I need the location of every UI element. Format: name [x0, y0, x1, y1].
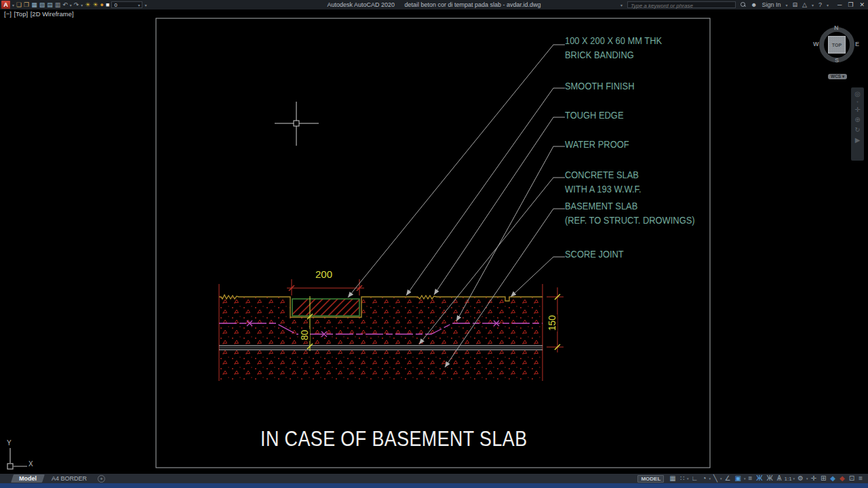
restore-button[interactable]: ❐ — [848, 1, 853, 8]
undo-caret-icon[interactable]: ▾ — [70, 3, 72, 7]
viewcube-south[interactable]: S — [835, 57, 839, 64]
isodraft-icon[interactable]: ╲ — [712, 474, 719, 483]
callout-smooth-finish: SMOOTH FINISH — [565, 79, 634, 93]
publish-icon[interactable]: ▥ — [55, 0, 61, 9]
help-caret-icon[interactable]: ▾ — [827, 3, 829, 7]
search-icon[interactable] — [741, 2, 746, 7]
layer-select[interactable]: 0 ▾ — [111, 1, 142, 8]
wcs-caret-icon: ▾ — [842, 74, 844, 79]
save-as-icon[interactable]: ▧ — [39, 0, 45, 9]
workspace-gear-icon[interactable]: ⚙ — [796, 474, 805, 483]
callout-text: BRICK BANDING — [565, 49, 634, 60]
navigation-wheel-caret-icon[interactable]: ▾ — [856, 100, 859, 103]
viewport-style-control[interactable]: [2D Wireframe] — [31, 10, 74, 18]
undo-icon[interactable]: ↶ — [62, 0, 68, 9]
leader-water-proof — [456, 146, 565, 321]
viewcube-north[interactable]: N — [834, 24, 839, 31]
save-icon[interactable]: ▦ — [31, 0, 37, 9]
ortho-toggle-icon[interactable]: ∟ — [690, 474, 700, 483]
sign-in-button[interactable]: Sign In — [762, 1, 781, 8]
window-controls: ─ ❐ ✕ — [837, 1, 865, 8]
status-toggles: MODEL ▦ ∷ ▾ ∟ ◔ ▾ ╲ ▾ ∠ ▣ ▾ ≡ Ж Ж Ѧ 1:1 … — [637, 474, 868, 483]
sign-in-caret-icon[interactable]: ▾ — [785, 3, 787, 7]
ucs-icon — [7, 448, 27, 469]
wcs-label: WCS — [831, 74, 841, 79]
ucs-x-label: X — [28, 460, 33, 468]
navigation-wheel-icon[interactable]: ◎ — [854, 90, 861, 98]
help-icon[interactable]: ? — [818, 1, 822, 8]
quick-access-toolbar: A ▾ ❏ ❐ ▦ ▧ ▤ ▥ ↶ ▾ ↷ ▾ ☀ ☀ ● ■ 0 ▾ ▾ — [0, 0, 146, 9]
object-snap-icon[interactable]: ▣ — [733, 474, 742, 483]
snap-caret-icon[interactable]: ▾ — [687, 476, 689, 481]
layer-value: 0 — [114, 2, 117, 8]
toolbar-overflow-caret-icon[interactable]: ▾ — [144, 3, 146, 7]
hardware-acceleration-icon[interactable]: ◆ — [829, 474, 837, 483]
showmotion-icon[interactable]: ▶ — [855, 136, 861, 144]
object-snap-caret-icon[interactable]: ▾ — [744, 476, 746, 481]
redo-caret-icon[interactable]: ▾ — [81, 3, 83, 7]
new-file-icon[interactable]: ❏ — [16, 0, 22, 9]
viewcube-east[interactable]: E — [855, 41, 859, 47]
polar-caret-icon[interactable]: ▾ — [709, 476, 711, 481]
polar-tracking-icon[interactable]: ◔ — [701, 474, 707, 483]
lineweight-icon[interactable]: ≡ — [747, 474, 753, 483]
orbit-icon[interactable]: ↻ — [854, 126, 860, 134]
zoom-icon[interactable]: ⊕ — [854, 116, 860, 123]
sign-in-person-icon[interactable]: ☻ — [751, 1, 757, 8]
clean-screen-icon[interactable]: ◆ — [838, 474, 846, 483]
layer-freeze-icon[interactable]: ☀ — [92, 0, 98, 9]
close-button[interactable]: ✕ — [859, 1, 865, 8]
new-layout-button[interactable]: + — [98, 475, 105, 483]
model-space-button[interactable]: MODEL — [637, 475, 664, 483]
app-menu-caret-icon[interactable]: ▾ — [12, 3, 14, 7]
concrete-hatch — [219, 298, 542, 381]
callout-concrete-slab: CONCRETE SLABWITH A 193 W.W.F. — [565, 167, 642, 196]
plot-icon[interactable]: ▤ — [47, 0, 53, 9]
units-icon[interactable]: ⊡ — [848, 474, 856, 483]
viewport-view-control[interactable]: [Top] — [14, 10, 28, 18]
dimension-150: 150 — [546, 314, 557, 331]
isodraft-caret-icon[interactable]: ▾ — [720, 476, 722, 481]
pan-icon[interactable]: ✛ — [854, 106, 860, 113]
help-search[interactable] — [627, 1, 736, 8]
viewport-collapse-control[interactable]: [−] — [4, 10, 12, 18]
search-input[interactable] — [628, 3, 735, 9]
object-snap-tracking-icon[interactable]: ∠ — [724, 474, 732, 483]
callout-text: WITH A 193 W.W.F. — [565, 183, 642, 195]
viewcube-top-face[interactable]: TOP — [828, 36, 846, 54]
crosshair-cursor — [275, 102, 319, 146]
grid-toggle-icon[interactable]: ▦ — [668, 474, 677, 483]
titlebar-right: ▾ ☻ Sign In ▾ ⊟ △ ▾ ? ▾ ─ ❐ ✕ — [620, 1, 868, 8]
callout-text: SMOOTH FINISH — [565, 80, 634, 92]
minimize-button[interactable]: ─ — [837, 1, 842, 8]
color-swatch-icon[interactable]: ■ — [106, 0, 109, 9]
layer-on-icon[interactable]: ☀ — [85, 0, 90, 9]
tab-model[interactable]: Model — [11, 474, 45, 483]
annotation-autoscale-icon[interactable]: Ж — [766, 474, 774, 483]
viewcube-west[interactable]: W — [813, 41, 819, 47]
open-file-icon[interactable]: ❐ — [24, 0, 29, 9]
wcs-selector[interactable]: WCS ▾ — [828, 74, 847, 79]
a360-icon[interactable]: △ — [802, 1, 807, 8]
a360-caret-icon[interactable]: ▾ — [812, 3, 814, 7]
customize-icon[interactable]: ≡ — [857, 474, 864, 483]
search-scope-caret-icon[interactable]: ▾ — [620, 3, 623, 7]
callout-tough-edge: TOUGH EDGE — [565, 108, 623, 122]
layer-lock-icon[interactable]: ● — [100, 0, 104, 9]
tab-a4-border[interactable]: A4 BORDER — [43, 474, 95, 483]
leader-smooth-finish — [406, 88, 565, 296]
snap-toggle-icon[interactable]: ∷ — [679, 474, 686, 483]
isolate-objects-icon[interactable]: ⊞ — [819, 474, 827, 483]
redo-icon[interactable]: ↷ — [74, 0, 79, 9]
navigation-bar: ◎ ▾ ✛ ⊕ ↻ ▶ — [851, 87, 864, 161]
annotation-scale-caret-icon[interactable]: ▾ — [793, 476, 795, 481]
annotation-scale-button[interactable]: 1:1 — [784, 476, 791, 482]
title-bar: A ▾ ❏ ❐ ▦ ▧ ▤ ▥ ↶ ▾ ↷ ▾ ☀ ☀ ● ■ 0 ▾ ▾ Au… — [0, 0, 868, 9]
annotation-monitor-icon[interactable]: Ѧ — [776, 474, 783, 483]
autocad-logo-icon[interactable]: A — [1, 1, 10, 9]
workspace-caret-icon[interactable]: ▾ — [806, 476, 808, 481]
annotation-visibility-icon[interactable]: Ж — [755, 474, 764, 483]
callout-water-proof: WATER PROOF — [565, 137, 629, 151]
app-store-cart-icon[interactable]: ⊟ — [792, 1, 797, 8]
annotation-monitor-plus-icon[interactable]: ✛ — [810, 474, 818, 483]
